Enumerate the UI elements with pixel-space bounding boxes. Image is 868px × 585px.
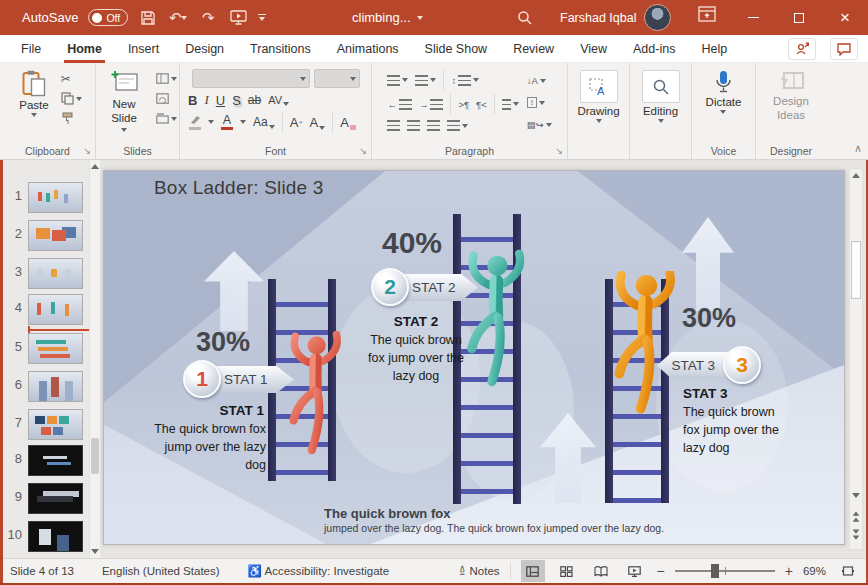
fit-slide-to-window-button[interactable] [836, 560, 860, 582]
thumbnail-slide-7[interactable]: 7 [0, 409, 86, 441]
accessibility-status[interactable]: ♿ Accessibility: Investigate [248, 564, 390, 578]
stat-2-heading[interactable]: STAT 2 [356, 314, 476, 329]
format-painter-button[interactable] [61, 111, 82, 126]
thumbnail-scrollbar-thumb[interactable] [91, 438, 99, 474]
font-dialog-launcher[interactable]: ↘ [359, 146, 367, 156]
underline-button[interactable]: U [216, 93, 225, 108]
font-size-combo[interactable] [314, 69, 360, 88]
quick-access-toolbar-menu[interactable] [258, 14, 266, 22]
editor-scrollbar-thumb[interactable] [851, 241, 861, 299]
editor-scroll-down-icon[interactable] [852, 493, 860, 498]
tab-review[interactable]: Review [500, 35, 567, 63]
bold-button[interactable]: B [188, 93, 197, 108]
editor-scrollbar[interactable] [849, 168, 863, 550]
justify-button[interactable] [447, 118, 468, 133]
numbering-button[interactable] [415, 73, 436, 88]
zoom-level[interactable]: 69% [803, 565, 826, 577]
slide-title[interactable]: Box Ladder: Slide 3 [154, 177, 324, 199]
italic-button[interactable]: I [204, 92, 208, 108]
normal-view-button[interactable] [521, 560, 545, 582]
convert-to-smartart-button[interactable]: ▤↪ [527, 117, 552, 132]
zoom-in-button[interactable]: + [785, 563, 793, 579]
stat-3-number-badge[interactable]: 3 [723, 346, 761, 384]
language-indicator[interactable]: English (United States) [102, 565, 220, 577]
thumbnail-slide-3[interactable]: 3 [0, 258, 86, 290]
stat-3-body[interactable]: The quick brown fox jump over the lazy d… [683, 404, 789, 457]
minimize-button[interactable] [730, 0, 776, 35]
editor-scroll-up-icon[interactable] [852, 173, 860, 178]
tab-home[interactable]: Home [54, 35, 115, 63]
strikethrough-button[interactable]: ab [248, 93, 261, 107]
font-name-combo[interactable] [192, 69, 310, 88]
tab-transitions[interactable]: Transitions [237, 35, 324, 63]
paste-button[interactable]: Paste [13, 67, 54, 126]
decrease-font-button[interactable]: A [310, 115, 326, 130]
tab-file[interactable]: File [8, 35, 54, 63]
align-right-button[interactable] [427, 118, 440, 133]
align-center-button[interactable] [407, 118, 420, 133]
drawing-button[interactable]: A Drawing [571, 67, 625, 126]
increase-font-button[interactable]: Aˆ [290, 115, 303, 130]
text-shadow-button[interactable]: S [232, 93, 241, 108]
save-button[interactable] [138, 6, 158, 30]
redo-button[interactable]: ↷ [198, 6, 218, 30]
stat-3-heading[interactable]: STAT 3 [683, 386, 793, 401]
zoom-out-button[interactable]: − [657, 563, 665, 579]
slide-caption-bold[interactable]: The quick brown fox [324, 506, 450, 521]
reading-view-button[interactable] [589, 560, 613, 582]
thumbnail-slide-9[interactable]: 9 [0, 483, 86, 515]
clipboard-dialog-launcher[interactable]: ↘ [83, 146, 91, 156]
climber-figure-red[interactable] [282, 319, 348, 479]
slide-caption-text[interactable]: jumped over the lazy dog. The quick brow… [324, 522, 664, 534]
start-slideshow-button[interactable] [228, 6, 248, 30]
rtl-button[interactable]: ¶< [476, 97, 487, 112]
undo-button[interactable]: ↶ [168, 6, 188, 30]
highlight-color-button[interactable] [188, 115, 201, 130]
thumbnail-scroll-down-icon[interactable] [91, 549, 99, 554]
tab-design[interactable]: Design [172, 35, 237, 63]
tab-add-ins[interactable]: Add-ins [620, 35, 688, 63]
reset-button[interactable] [156, 91, 177, 106]
slide-sorter-view-button[interactable] [555, 560, 579, 582]
font-color-button[interactable]: A [221, 114, 233, 131]
user-name[interactable]: Farshad Iqbal [560, 0, 636, 35]
close-button[interactable]: × [822, 0, 868, 35]
decrease-indent-button[interactable]: ← [387, 97, 412, 112]
thumbnail-slide-4[interactable]: 4 [0, 294, 86, 326]
autosave-toggle[interactable]: Off [88, 9, 128, 26]
thumbnail-slide-8[interactable]: 8 [0, 445, 86, 477]
tab-slide-show[interactable]: Slide Show [412, 35, 501, 63]
clear-formatting-button[interactable]: A [340, 115, 356, 130]
avatar[interactable] [644, 4, 671, 31]
copy-button[interactable] [61, 91, 82, 106]
thumbnail-slide-10[interactable]: 10 [0, 521, 86, 553]
align-text-button[interactable]: ↕ [527, 95, 552, 110]
slide-indicator[interactable]: Slide 4 of 13 [10, 565, 74, 577]
thumbnail-scrollbar[interactable] [89, 160, 100, 558]
stat-1-number-badge[interactable]: 1 [183, 360, 221, 398]
slide-canvas[interactable]: Box Ladder: Slide 3 30% 40% 30% STAT 1 1… [103, 170, 845, 545]
maximize-button[interactable] [776, 0, 822, 35]
cut-button[interactable]: ✂ [61, 71, 82, 86]
editing-button[interactable]: Editing [636, 67, 686, 126]
comments-button[interactable] [830, 38, 858, 60]
thumbnail-scroll-up-icon[interactable] [91, 164, 99, 169]
increase-indent-button[interactable]: → [419, 97, 444, 112]
thumbnail-slide-1[interactable]: 1 [0, 182, 86, 214]
line-spacing-button[interactable]: ↕ [451, 73, 479, 88]
share-button[interactable] [788, 38, 816, 60]
stat-3-percent[interactable]: 30% [682, 303, 736, 334]
design-ideas-button[interactable]: Design Ideas [763, 67, 819, 126]
notes-button[interactable]: ∧≡ Notes [459, 565, 500, 577]
next-slide-button[interactable] [852, 529, 860, 540]
stat-1-heading[interactable]: STAT 1 [162, 403, 264, 418]
new-slide-button[interactable]: New Slide [98, 67, 150, 135]
paragraph-dialog-launcher[interactable]: ↘ [555, 146, 563, 156]
zoom-slider-thumb[interactable] [711, 564, 719, 578]
ltr-button[interactable]: >¶ [458, 97, 469, 112]
bullets-button[interactable] [387, 73, 408, 88]
change-case-button[interactable]: Aa [253, 115, 275, 129]
collapse-ribbon-button[interactable]: ∧ [854, 142, 862, 155]
thumbnail-slide-5[interactable]: 5 [0, 333, 86, 365]
stat-3-banner[interactable]: STAT 3 [657, 352, 731, 379]
